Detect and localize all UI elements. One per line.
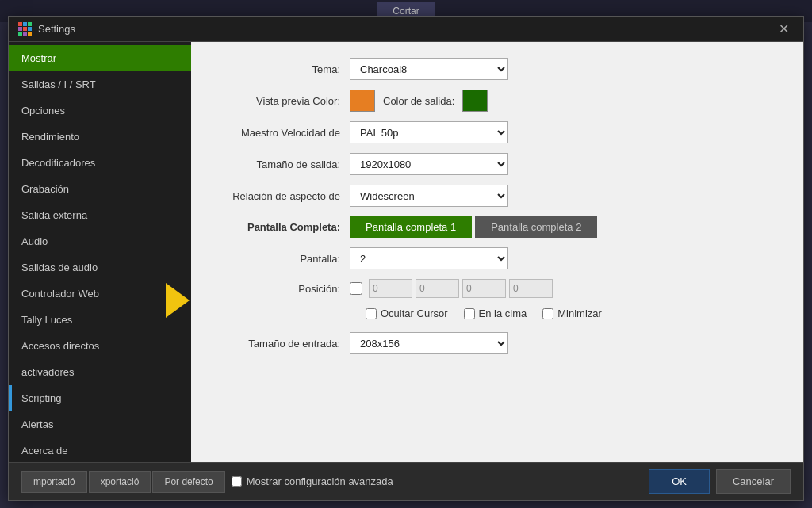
dialog-footer: mportació xportació Por defecto Mostrar …: [9, 462, 803, 500]
tamano-salida-select[interactable]: 1920x1080 1280x720 3840x2160: [350, 153, 508, 175]
tema-row: Tema: Charcoal8 Dark Light: [215, 58, 779, 80]
minimizar-item: Minimizar: [542, 307, 602, 319]
sidebar-item-grabacion[interactable]: Grabación: [9, 176, 191, 202]
sidebar-item-salidas[interactable]: Salidas / I / SRT: [9, 71, 191, 97]
color-row: Vista previa Color: Color de salida:: [215, 90, 779, 112]
position-inputs: [350, 279, 553, 298]
content-area: Tema: Charcoal8 Dark Light Vista previa …: [191, 42, 803, 462]
sidebar-item-decodificadores[interactable]: Decodificadores: [9, 150, 191, 176]
settings-dialog: Settings ✕ Mostrar Salidas / I / SRT Opc…: [8, 16, 804, 501]
fullscreen-buttons: Pantalla completa 1 Pantalla completa 2: [350, 216, 597, 238]
tamano-salida-label: Tamaño de salida:: [215, 159, 350, 170]
advanced-label: Mostrar configuración avanzada: [247, 476, 393, 487]
sidebar-item-tally-luces[interactable]: Tally Luces: [9, 307, 191, 333]
posicion-label: Posición:: [215, 283, 350, 295]
sidebar-item-alertas[interactable]: Alertas: [9, 411, 191, 437]
en-la-cima-checkbox[interactable]: [464, 308, 475, 319]
ok-button[interactable]: OK: [649, 469, 710, 494]
posicion-checkbox[interactable]: [350, 282, 362, 295]
sidebar-item-scripting[interactable]: Scripting: [9, 385, 191, 411]
sidebar-item-activadores[interactable]: activadores: [9, 359, 191, 385]
color-salida-label: Color de salida:: [383, 95, 454, 107]
sidebar-item-acerca-de[interactable]: Acerca de: [9, 437, 191, 462]
tamano-entrada-row: Tamaño de entrada: 208x156 320x240 640x4…: [215, 332, 779, 354]
ocultar-cursor-item: Ocultar Cursor: [366, 307, 448, 319]
sidebar-item-controlador-web[interactable]: Controlador Web: [9, 281, 191, 307]
relacion-label: Relación de aspecto de: [215, 190, 350, 202]
options-checkboxes: Ocultar Cursor En la cima Minimizar: [366, 307, 602, 319]
pantalla-row: Pantalla: 2 1: [215, 247, 779, 269]
sidebar-item-audio[interactable]: Audio: [9, 228, 191, 254]
maestro-row: Maestro Velocidad de PAL 50p NTSC 29.97p…: [215, 121, 779, 143]
sidebar-item-mostrar[interactable]: Mostrar: [9, 45, 191, 71]
dialog-title: Settings: [38, 23, 75, 35]
close-button[interactable]: ✕: [774, 21, 794, 37]
pantalla-label: Pantalla:: [215, 253, 350, 265]
minimizar-checkbox[interactable]: [542, 308, 553, 319]
tamano-entrada-select[interactable]: 208x156 320x240 640x480: [350, 332, 508, 354]
ocultar-cursor-checkbox[interactable]: [366, 308, 377, 319]
fullscreen-btn-1[interactable]: Pantalla completa 1: [350, 216, 472, 238]
relacion-select[interactable]: Widescreen 4:3 Custom: [350, 185, 508, 207]
pos-input-w[interactable]: [462, 279, 506, 298]
posicion-row: Posición:: [215, 279, 779, 298]
footer-left: mportació xportació Por defecto Mostrar …: [21, 471, 393, 493]
sidebar-item-accesos-directos[interactable]: Accesos directos: [9, 333, 191, 359]
pos-input-h[interactable]: [509, 279, 553, 298]
tema-select[interactable]: Charcoal8 Dark Light: [350, 58, 508, 80]
dialog-titlebar: Settings ✕: [9, 17, 803, 42]
vista-previa-label: Vista previa Color:: [215, 95, 350, 107]
checkboxes-row: Ocultar Cursor En la cima Minimizar: [215, 307, 779, 319]
tamano-salida-row: Tamaño de salida: 1920x1080 1280x720 384…: [215, 153, 779, 175]
sidebar: Mostrar Salidas / I / SRT Opciones Rendi…: [9, 42, 191, 462]
pos-input-x[interactable]: [369, 279, 412, 298]
relacion-row: Relación de aspecto de Widescreen 4:3 Cu…: [215, 185, 779, 207]
footer-left-buttons: mportació xportació Por defecto: [21, 471, 225, 493]
minimizar-label: Minimizar: [557, 307, 602, 319]
app-icon: [18, 22, 32, 36]
preview-color-box[interactable]: [350, 90, 375, 112]
maestro-label: Maestro Velocidad de: [215, 127, 350, 139]
tamano-entrada-label: Tamaño de entrada:: [215, 338, 350, 349]
exportar-button[interactable]: xportació: [89, 471, 151, 493]
en-la-cima-item: En la cima: [464, 307, 527, 319]
en-la-cima-label: En la cima: [479, 307, 527, 319]
cancel-button[interactable]: Cancelar: [716, 469, 791, 494]
ocultar-cursor-label: Ocultar Cursor: [381, 307, 448, 319]
pantalla-select[interactable]: 2 1: [350, 247, 508, 269]
sidebar-item-salida-externa[interactable]: Salida externa: [9, 202, 191, 228]
output-color-box[interactable]: [462, 90, 488, 112]
advanced-checkbox[interactable]: [232, 476, 242, 487]
importar-button[interactable]: mportació: [21, 471, 87, 493]
advanced-checkbox-label: Mostrar configuración avanzada: [232, 476, 393, 487]
fullscreen-btn-2[interactable]: Pantalla completa 2: [475, 216, 597, 238]
title-left: Settings: [18, 22, 75, 36]
por-defecto-button[interactable]: Por defecto: [152, 471, 224, 493]
footer-right: OK Cancelar: [649, 469, 791, 494]
sidebar-item-opciones[interactable]: Opciones: [9, 97, 191, 124]
pantalla-completa-row: Pantalla Completa: Pantalla completa 1 P…: [215, 216, 779, 238]
dialog-body: Mostrar Salidas / I / SRT Opciones Rendi…: [9, 42, 803, 462]
tema-label: Tema:: [215, 63, 350, 75]
pos-input-y[interactable]: [416, 279, 459, 298]
pantalla-completa-label: Pantalla Completa:: [215, 221, 350, 233]
sidebar-item-rendimiento[interactable]: Rendimiento: [9, 124, 191, 150]
sidebar-item-salidas-audio[interactable]: Salidas de audio: [9, 254, 191, 281]
maestro-select[interactable]: PAL 50p NTSC 29.97p 1080p 60: [350, 121, 508, 143]
